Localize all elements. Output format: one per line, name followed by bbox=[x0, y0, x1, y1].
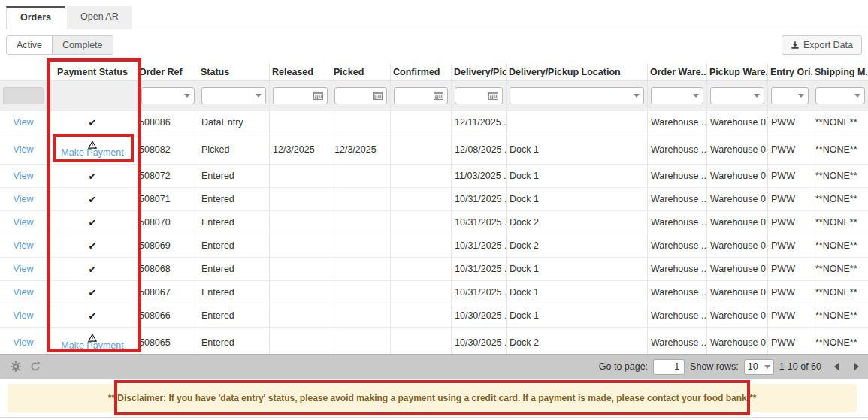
filter-delivery-location[interactable] bbox=[510, 87, 644, 104]
shipping-method-cell: **NONE** bbox=[812, 280, 868, 304]
order-warehouse-cell: Warehouse ... bbox=[647, 164, 706, 187]
view-link[interactable]: View bbox=[14, 171, 34, 181]
view-link[interactable]: View bbox=[14, 310, 34, 321]
filter-confirmed-date[interactable] bbox=[394, 87, 448, 104]
order-warehouse-cell: Warehouse ... bbox=[647, 187, 706, 210]
col-header-shipping-method[interactable]: Shipping M... bbox=[812, 64, 868, 80]
filter-order-warehouse[interactable] bbox=[651, 87, 703, 104]
view-link[interactable]: View bbox=[14, 117, 34, 128]
status-cell: DataEntry bbox=[198, 110, 269, 134]
calendar-icon bbox=[488, 91, 498, 100]
entry-origin-cell: PWW bbox=[767, 234, 812, 257]
released-cell bbox=[269, 304, 331, 327]
table-row: View✔508070Entered10/31/2025 ...Dock 2Wa… bbox=[0, 210, 868, 234]
status-cell: Entered bbox=[198, 164, 269, 187]
picked-cell bbox=[331, 164, 390, 187]
order-ref-cell: 508069 bbox=[138, 234, 198, 257]
view-link[interactable]: View bbox=[14, 287, 34, 298]
col-header-order-ref[interactable]: Order Ref bbox=[138, 64, 198, 80]
filter-picked-date[interactable] bbox=[334, 87, 387, 104]
shipping-method-cell: **NONE** bbox=[812, 327, 868, 357]
status-cell: Entered bbox=[198, 327, 269, 357]
view-link[interactable]: View bbox=[14, 217, 34, 228]
view-toggle-group: Active Complete bbox=[6, 35, 113, 55]
order-ref-cell: 508086 bbox=[138, 110, 198, 134]
col-header-confirmed[interactable]: Confirmed bbox=[390, 64, 451, 80]
gear-icon[interactable] bbox=[11, 361, 21, 372]
shipping-method-cell: **NONE** bbox=[812, 164, 868, 187]
pickup-warehouse-cell: Warehouse 0... bbox=[706, 187, 767, 210]
delivery-date-cell: 12/08/2025 ... bbox=[451, 134, 506, 164]
chevron-down-icon bbox=[693, 94, 699, 98]
filter-status[interactable] bbox=[201, 87, 266, 104]
view-link[interactable]: View bbox=[14, 240, 34, 251]
next-page-icon[interactable] bbox=[854, 363, 859, 370]
filter-released-date[interactable] bbox=[273, 87, 328, 104]
payment-check-icon: ✔ bbox=[89, 217, 97, 228]
shipping-method-cell: **NONE** bbox=[812, 187, 868, 210]
col-header-status[interactable]: Status bbox=[198, 64, 269, 80]
show-rows-label: Show rows: bbox=[690, 361, 739, 372]
order-warehouse-cell: Warehouse ... bbox=[647, 257, 706, 280]
export-data-button[interactable]: Export Data bbox=[782, 35, 862, 55]
entry-origin-cell: PWW bbox=[767, 110, 812, 134]
col-header-pickup-warehouse[interactable]: Pickup Ware... bbox=[706, 64, 767, 80]
order-ref-cell: 508066 bbox=[138, 304, 198, 327]
view-link[interactable]: View bbox=[14, 264, 34, 274]
refresh-icon[interactable] bbox=[30, 361, 41, 372]
show-rows-select[interactable]: 10 bbox=[744, 359, 774, 375]
calendar-icon bbox=[313, 91, 323, 100]
chevron-down-icon bbox=[754, 94, 760, 98]
go-to-page-input[interactable] bbox=[653, 359, 685, 375]
delivery-location-cell: Dock 1 bbox=[506, 257, 647, 280]
filter-pickup-warehouse[interactable] bbox=[710, 87, 764, 104]
confirmed-cell bbox=[390, 164, 451, 187]
make-payment-cell: Make Payment bbox=[50, 141, 135, 158]
filter-row bbox=[0, 80, 868, 110]
order-ref-cell: 508071 bbox=[138, 187, 198, 210]
prev-page-icon[interactable] bbox=[834, 363, 839, 370]
col-header-entry-origin[interactable]: Entry Ori... bbox=[767, 64, 812, 80]
shipping-method-cell: **NONE** bbox=[812, 257, 868, 280]
col-header-released[interactable]: Released bbox=[269, 64, 331, 80]
confirmed-cell bbox=[390, 210, 451, 234]
table-row: View✔508072Entered11/03/2025 ...Dock 1Wa… bbox=[0, 164, 868, 187]
active-filter-button[interactable]: Active bbox=[6, 35, 53, 55]
status-cell: Entered bbox=[198, 304, 269, 327]
filter-delivery-date[interactable] bbox=[455, 87, 503, 104]
col-header-picked[interactable]: Picked bbox=[331, 64, 390, 80]
disclaimer-bar: ** Disclaimer: If you have 'data entry' … bbox=[8, 384, 857, 412]
chevron-down-icon bbox=[256, 94, 262, 98]
view-link[interactable]: View bbox=[14, 337, 34, 348]
filter-order-ref[interactable] bbox=[141, 87, 195, 104]
view-link[interactable]: View bbox=[14, 194, 34, 204]
col-header-delivery-date[interactable]: Delivery/Pic... bbox=[451, 64, 506, 80]
col-header-order-warehouse[interactable]: Order Ware... bbox=[647, 64, 706, 80]
picked-cell bbox=[331, 210, 390, 234]
view-link[interactable]: View bbox=[14, 144, 34, 155]
status-cell: Entered bbox=[198, 187, 269, 210]
make-payment-link[interactable]: Make Payment bbox=[61, 340, 123, 351]
bottom-divider bbox=[0, 417, 868, 418]
tab-open-ar[interactable]: Open AR bbox=[67, 6, 132, 29]
delivery-date-cell: 10/31/2025 ... bbox=[451, 257, 506, 280]
entry-origin-cell: PWW bbox=[767, 304, 812, 327]
picked-cell bbox=[331, 187, 390, 210]
col-header-delivery-location[interactable]: Delivery/Pickup Location bbox=[506, 64, 647, 80]
status-cell: Entered bbox=[198, 234, 269, 257]
col-header-view bbox=[0, 64, 47, 80]
pickup-warehouse-cell: Warehouse 0... bbox=[706, 257, 767, 280]
download-icon bbox=[791, 41, 800, 50]
released-cell bbox=[269, 257, 331, 280]
pickup-warehouse-cell: Warehouse 0... bbox=[706, 164, 767, 187]
released-cell bbox=[269, 187, 331, 210]
make-payment-link[interactable]: Make Payment bbox=[61, 147, 123, 158]
shipping-method-cell: **NONE** bbox=[812, 110, 868, 134]
col-header-payment-status[interactable]: Payment Status bbox=[47, 64, 138, 80]
payment-check-icon: ✔ bbox=[89, 171, 97, 182]
complete-filter-button[interactable]: Complete bbox=[53, 35, 113, 55]
filter-entry-origin[interactable] bbox=[771, 87, 809, 104]
filter-shipping-method[interactable] bbox=[815, 87, 865, 104]
chevron-down-icon bbox=[184, 94, 190, 98]
tab-orders[interactable]: Orders bbox=[6, 6, 65, 29]
